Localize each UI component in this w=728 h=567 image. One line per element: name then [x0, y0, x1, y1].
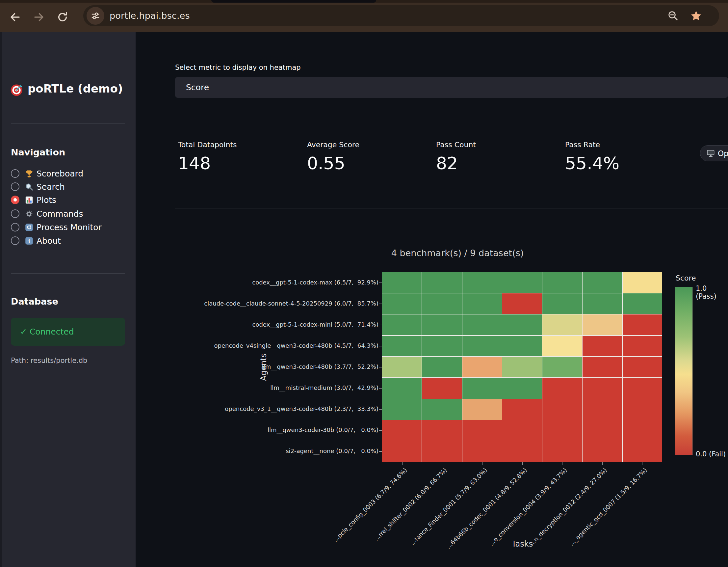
heatmap-cell-r6-c1[interactable] [382, 378, 422, 399]
heatmap-cell-r5-c3[interactable] [462, 357, 502, 378]
heatmap-cell-r7-c5[interactable] [542, 399, 582, 420]
heatmap-cell-r5-c6[interactable] [583, 357, 622, 378]
sidebar-item-label: Plots [37, 195, 56, 205]
heatmap-cell-r1-c1[interactable] [382, 272, 422, 293]
radio-unselected[interactable] [11, 182, 19, 191]
sidebar-item-scoreboard[interactable]: Scoreboard [11, 167, 83, 180]
heatmap-cell-r2-c2[interactable] [422, 294, 462, 314]
heatmap-cell-r2-c4[interactable] [502, 294, 542, 314]
site-settings-button[interactable] [87, 7, 104, 25]
db-status-text: ✓ Connected [20, 327, 74, 337]
heatmap-cell-r2-c3[interactable] [462, 294, 502, 314]
y-tick-label: claude-code__claude-sonnet-4-5-20250929 … [204, 300, 378, 307]
sidebar: poRTLe (demo) Navigation ScoreboardSearc… [0, 32, 136, 567]
heatmap-cell-r6-c3[interactable] [462, 378, 502, 399]
heatmap-cell-r8-c1[interactable] [382, 420, 422, 441]
heatmap-cell-r8-c7[interactable] [623, 420, 662, 441]
metric-average-score: Average Score0.55 [307, 141, 359, 173]
radio-unselected[interactable] [11, 209, 19, 218]
sidebar-item-search[interactable]: Search [11, 180, 65, 193]
heatmap-cell-r9-c1[interactable] [382, 441, 422, 462]
heatmap-cell-r8-c4[interactable] [502, 420, 542, 441]
heatmap-cell-r6-c4[interactable] [502, 378, 542, 399]
heatmap-cell-r2-c5[interactable] [542, 294, 582, 314]
heatmap-cell-r2-c1[interactable] [382, 294, 422, 314]
sidebar-item-plots[interactable]: Plots [11, 193, 56, 206]
sidebar-item-process-monitor[interactable]: Process Monitor [11, 220, 102, 234]
heatmap-cell-r9-c5[interactable] [542, 441, 582, 462]
heatmap-cell-r3-c6[interactable] [583, 315, 622, 335]
heatmap-cell-r7-c3[interactable] [462, 399, 502, 420]
metric-select[interactable]: Score [175, 77, 728, 98]
heatmap-cell-r4-c7[interactable] [623, 336, 662, 357]
heatmap-cell-r4-c2[interactable] [422, 336, 462, 357]
radio-unselected[interactable] [11, 169, 19, 178]
heatmap-cell-r5-c1[interactable] [382, 357, 422, 378]
desktop-icon [706, 149, 715, 158]
heatmap-cell-r5-c7[interactable] [623, 357, 662, 378]
heatmap-cell-r1-c2[interactable] [422, 272, 462, 293]
heatmap-cell-r3-c5[interactable] [542, 315, 582, 335]
heatmap-cell-r8-c2[interactable] [422, 420, 462, 441]
heatmap-cell-r5-c2[interactable] [422, 357, 462, 378]
db-path-text: Path: results/portle.db [11, 357, 87, 365]
heatmap-cell-r7-c4[interactable] [502, 399, 542, 420]
x-tick-label: ...e_conversion_0004 (3.9/9, 43.7%) [488, 467, 568, 547]
heatmap-cell-r1-c3[interactable] [462, 272, 502, 293]
heatmap-cell-r6-c2[interactable] [422, 378, 462, 399]
heatmap-cell-r3-c4[interactable] [502, 315, 542, 335]
heatmap-cell-r8-c6[interactable] [583, 420, 622, 441]
heatmap-cell-r6-c5[interactable] [542, 378, 582, 399]
radio-unselected[interactable] [11, 223, 19, 231]
heatmap-cell-r4-c1[interactable] [382, 336, 422, 357]
search-icon [25, 182, 34, 191]
heatmap-cell-r6-c7[interactable] [623, 378, 662, 399]
x-tick-mark [642, 462, 642, 465]
open-button[interactable]: Op [700, 145, 728, 161]
heatmap-cell-r2-c6[interactable] [583, 294, 622, 314]
heatmap-cell-r4-c3[interactable] [462, 336, 502, 357]
sidebar-item-commands[interactable]: Commands [11, 207, 83, 220]
heatmap-cell-r5-c4[interactable] [502, 357, 542, 378]
heatmap-cell-r3-c7[interactable] [623, 315, 662, 335]
heatmap-cell-r3-c2[interactable] [422, 315, 462, 335]
heatmap-cell-r1-c7[interactable] [623, 272, 662, 293]
colorbar-min-label: 0.0 (Fail) [696, 450, 726, 458]
heatmap-cell-r6-c6[interactable] [583, 378, 622, 399]
heatmap-cell-r3-c3[interactable] [462, 315, 502, 335]
browser-window: portle.hpai.bsc.es [0, 0, 728, 567]
y-axis-title: Agents [259, 353, 268, 381]
heatmap-cell-r7-c7[interactable] [623, 399, 662, 420]
heatmap-cell-r5-c5[interactable] [542, 357, 582, 378]
zoom-indicator-button[interactable] [666, 9, 680, 23]
heatmap-cell-r3-c1[interactable] [382, 315, 422, 335]
heatmap-cell-r1-c5[interactable] [542, 272, 582, 293]
url-text[interactable]: portle.hpai.bsc.es [110, 5, 190, 26]
heatmap-cell-r9-c7[interactable] [623, 441, 662, 462]
bookmark-button[interactable] [689, 9, 703, 23]
forward-button[interactable] [32, 10, 46, 24]
radio-unselected[interactable] [11, 236, 19, 245]
heatmap-cell-r4-c5[interactable] [542, 336, 582, 357]
heatmap-cell-r2-c7[interactable] [623, 294, 662, 314]
heatmap-cell-r7-c1[interactable] [382, 399, 422, 420]
heatmap-cell-r4-c4[interactable] [502, 336, 542, 357]
heatmap-cell-r1-c4[interactable] [502, 272, 542, 293]
heatmap-cell-r4-c6[interactable] [583, 336, 622, 357]
heatmap-cell-r8-c5[interactable] [542, 420, 582, 441]
heatmap-cell-r7-c2[interactable] [422, 399, 462, 420]
reload-button[interactable] [55, 10, 70, 24]
address-bar[interactable]: portle.hpai.bsc.es [83, 5, 719, 26]
heatmap-cell-r9-c4[interactable] [502, 441, 542, 462]
heatmap-cell-r7-c6[interactable] [583, 399, 622, 420]
back-button[interactable] [8, 10, 22, 24]
bar-chart-icon [25, 195, 34, 204]
back-icon [9, 11, 21, 23]
heatmap-cell-r9-c3[interactable] [462, 441, 502, 462]
sidebar-item-about[interactable]: iAbout [11, 234, 61, 247]
heatmap-cell-r9-c6[interactable] [583, 441, 622, 462]
heatmap-cell-r9-c2[interactable] [422, 441, 462, 462]
heatmap-cell-r8-c3[interactable] [462, 420, 502, 441]
heatmap-cell-r1-c6[interactable] [583, 272, 622, 293]
radio-selected[interactable] [11, 195, 19, 204]
